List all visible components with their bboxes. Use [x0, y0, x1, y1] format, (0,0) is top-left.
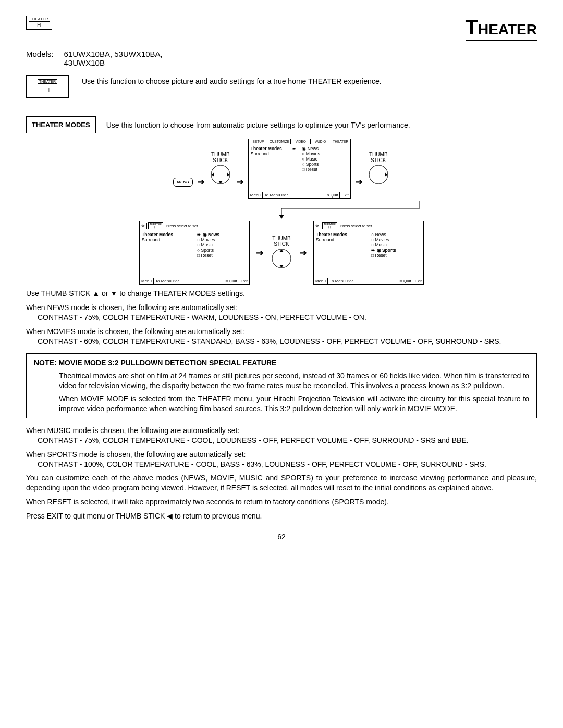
nav-icon: ✥: [140, 223, 147, 229]
arrow-right-icon: ➔: [256, 247, 264, 258]
models-label: Models:: [26, 50, 54, 67]
sports-mode-heading: When SPORTS mode is chosen, the followin…: [26, 450, 537, 460]
news-mode-settings: CONTRAST - 75%, COLOR TEMPERATURE - WARM…: [26, 313, 537, 323]
menu-button[interactable]: MENU: [173, 178, 193, 187]
nav-icon: ✥: [314, 223, 321, 229]
header-row: THEATER ⛩ Theater: [26, 16, 537, 44]
reset-paragraph: When RESET is selected, it will take app…: [26, 497, 537, 507]
svg-marker-5: [385, 172, 388, 177]
page-number: 62: [26, 533, 537, 541]
diagram-area: MENU ➔ THUMB STICK ➔ SETUP CUSTOMIZE VID…: [26, 139, 537, 285]
intro-row: THEATER ⛩ Use this function to choose pi…: [26, 75, 537, 98]
theater-badge: THEATER ⛩: [322, 222, 337, 229]
theater-icon-box: THEATER ⛩: [26, 75, 69, 98]
thumb-stick-label: THUMB STICK: [367, 152, 390, 163]
svg-marker-6: [279, 215, 284, 219]
music-mode-settings: CONTRAST - 75%, COLOR TEMPERATURE - COOL…: [26, 436, 537, 446]
note-paragraph-1: Theatrical movies are shot on film at 24…: [59, 371, 529, 391]
theater-icon: ⛩: [29, 22, 50, 28]
music-mode-heading: When MUSIC mode is chosen, the following…: [26, 426, 537, 436]
modes-row: THEATER MODES Use this function to choos…: [26, 116, 537, 133]
arrow-right-icon: ➔: [197, 150, 205, 188]
main-menu-screen: SETUP CUSTOMIZE VIDEO AUDIO THEATER Thea…: [248, 139, 351, 199]
arrow-right-icon: ➔: [355, 150, 363, 188]
thumbstick-icon[interactable]: [270, 247, 293, 270]
sub-menu-screen-news: ✥ THEATER ⛩ Press select to set Theater …: [139, 221, 250, 285]
page-title: Theater: [466, 16, 537, 41]
note-box: NOTE: MOVIE MODE 3:2 PULLDOWN DETECTION …: [26, 353, 537, 418]
svg-marker-9: [279, 265, 284, 268]
note-paragraph-2: When MOVIE MODE is selected from the THE…: [59, 394, 529, 414]
movies-mode-settings: CONTRAST - 60%, COLOR TEMPERATURE - STAN…: [26, 337, 537, 347]
sports-mode-settings: CONTRAST - 100%, COLOR TEMPERATURE - COO…: [26, 460, 537, 470]
movies-mode-heading: When MOVIES mode is chosen, the followin…: [26, 327, 537, 337]
connector-down-icon: [120, 201, 443, 219]
note-title: MOVIE MODE 3:2 PULLDOWN DETECTION SPECIA…: [58, 359, 276, 367]
instruction-thumbstick: Use THUMB STICK ▲ or ▼ to change THEATER…: [26, 289, 537, 299]
intro-text: Use this function to choose picture and …: [82, 75, 537, 85]
svg-marker-2: [211, 172, 214, 177]
thumbstick-icon[interactable]: [367, 163, 390, 186]
thumb-stick-label: THUMB STICK: [270, 236, 293, 247]
news-mode-heading: When NEWS mode is chosen, the following …: [26, 303, 537, 313]
corner-logo: THEATER ⛩: [26, 16, 52, 30]
theater-icon: ⛩: [32, 85, 63, 94]
arrow-right-icon: ➔: [299, 247, 307, 258]
sub-menu-screen-sports: ✥ THEATER ⛩ Press select to set Theater …: [313, 221, 424, 285]
theater-modes-text: Use this function to choose from automat…: [106, 121, 537, 129]
svg-marker-1: [218, 181, 223, 184]
icon-box-label: THEATER: [38, 79, 57, 84]
logo-top-text: THEATER: [29, 17, 50, 22]
arrow-right-icon: ➔: [236, 150, 244, 188]
customize-paragraph: You can customize each of the above mode…: [26, 473, 537, 493]
exit-instruction: Press EXIT to quit menu or THUMB STICK ◀…: [26, 511, 537, 521]
theater-badge: THEATER ⛩: [148, 222, 163, 229]
svg-marker-3: [227, 172, 230, 177]
thumb-stick-label: THUMB STICK: [209, 152, 232, 163]
theater-modes-label: THEATER MODES: [26, 116, 96, 133]
note-label: NOTE:: [34, 359, 57, 367]
svg-marker-8: [279, 249, 284, 252]
body-text: Use THUMB STICK ▲ or ▼ to change THEATER…: [26, 289, 537, 521]
models-list: 61UWX10BA, 53UWX10BA, 43UWX10B: [64, 50, 163, 67]
thumbstick-icon[interactable]: [209, 163, 232, 186]
models-row: Models: 61UWX10BA, 53UWX10BA, 43UWX10B: [26, 50, 537, 67]
main-menu-tabs: SETUP CUSTOMIZE VIDEO AUDIO THEATER: [249, 139, 350, 144]
